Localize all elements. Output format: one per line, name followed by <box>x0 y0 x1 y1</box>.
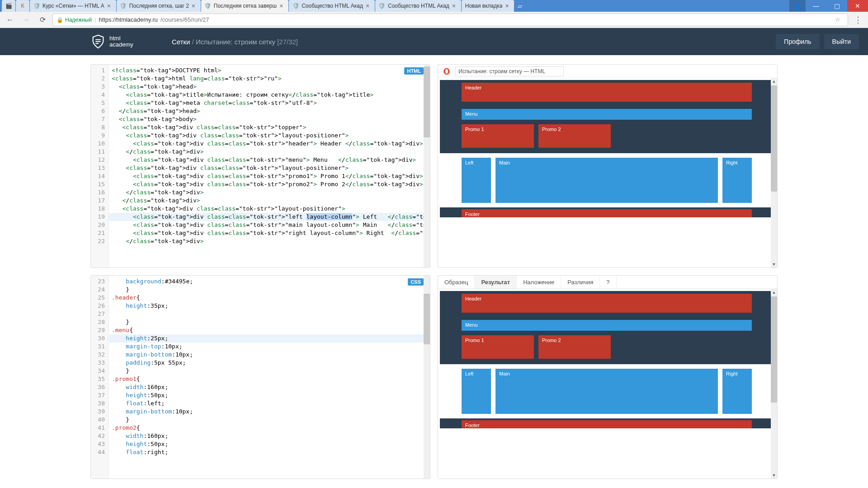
preview-tab-0[interactable]: Образец <box>438 276 475 289</box>
close-icon[interactable]: × <box>279 3 285 9</box>
close-icon[interactable]: × <box>107 3 113 9</box>
preview-live-panel: Header Menu Promo 1 Promo 2 Left Main Ri… <box>438 64 778 268</box>
css-editor[interactable]: 2324252627282930313233343536373839404142… <box>91 276 430 479</box>
window-controls: 👤 — ▢ ✕ <box>789 0 868 12</box>
render-right: Right <box>722 369 752 414</box>
rendered-layout: Header Menu Promo 1 Promo 2 Left Main Ri… <box>440 291 774 428</box>
rendered-layout: Header Menu Promo 1 Promo 2 Left Main Ri… <box>440 80 774 217</box>
tab-3[interactable]: 🛡️ Последняя сетка, шаг 2 × <box>117 0 201 12</box>
render-promo2: Promo 2 <box>538 124 611 148</box>
preview-tab-2[interactable]: Наложение <box>517 276 561 289</box>
tab-2[interactable]: 🛡️ Курс «Сетки» — HTML А × <box>30 0 116 12</box>
gutter: 12345678910111213141516171819202122 <box>91 65 109 267</box>
render-footer: Footer <box>462 420 752 428</box>
reload-button[interactable]: ⟳ <box>36 14 49 26</box>
breadcrumb-root[interactable]: Сетки <box>172 38 190 46</box>
favicon-icon: 🛡️ <box>33 3 40 9</box>
favicon-icon: 🛡️ <box>205 3 211 9</box>
tab-6[interactable]: 🛡️ Сообщество HTML Акад × <box>375 0 461 12</box>
code-body[interactable]: <!class="tok-tag">DOCTYPE html><class="t… <box>109 65 430 267</box>
profile-button[interactable]: Профиль <box>776 34 819 49</box>
user-icon[interactable]: 👤 <box>789 0 806 12</box>
tab-4[interactable]: 🛡️ Последняя сетка заверш × <box>201 0 288 12</box>
tab-5[interactable]: 🛡️ Сообщество HTML Акад × <box>289 0 375 12</box>
close-icon[interactable]: × <box>366 3 371 9</box>
browser-titlebar: 🎬 К 🛡️ Курс «Сетки» — HTML А × 🛡️ Послед… <box>0 0 868 12</box>
scroll-down-icon[interactable]: ▼ <box>771 261 777 267</box>
preview-scrollbar[interactable]: ▲ ▼ <box>771 78 777 267</box>
render-promo1: Promo 1 <box>462 335 534 359</box>
url-host: https://htmlacademy.ru <box>99 16 158 23</box>
tab-strip: 🎬 К 🛡️ Курс «Сетки» — HTML А × 🛡️ Послед… <box>0 0 789 12</box>
bookmark-icon[interactable]: ☆ <box>835 16 844 23</box>
favicon-icon: 🛡️ <box>120 3 127 9</box>
breadcrumb-current: Испытание: строим сетку <box>196 38 275 46</box>
css-badge: CSS <box>408 278 424 286</box>
preview-tab-1[interactable]: Результат <box>475 276 517 289</box>
minimize-button[interactable]: — <box>806 0 826 12</box>
render-promo1: Promo 1 <box>462 124 534 148</box>
logo-text-2: academy <box>109 42 133 48</box>
preview-toolbar <box>438 65 777 78</box>
forward-button[interactable]: → <box>20 14 33 26</box>
preview-scrollbar[interactable]: ▲ ▼ <box>771 289 777 479</box>
favicon-icon: 🎬 <box>5 3 12 9</box>
breadcrumb-count: [27/32] <box>277 38 298 46</box>
render-footer: Footer <box>462 209 752 217</box>
logout-button[interactable]: Выйти <box>824 34 859 49</box>
workspace: HTML 12345678910111213141516171819202122… <box>0 55 868 488</box>
css-editor-panel: CSS 232425262728293031323334353637383940… <box>90 275 430 479</box>
url-input[interactable]: 🔒 Надежный | https://htmlacademy.ru/cour… <box>52 14 848 26</box>
new-tab-button[interactable]: ▱ <box>514 0 525 12</box>
html-editor[interactable]: 12345678910111213141516171819202122 <!cl… <box>91 65 430 267</box>
tab-1[interactable]: К <box>16 0 29 12</box>
tab-label: Последняя сетка, шаг 2 <box>129 3 189 9</box>
preview-body[interactable]: Header Menu Promo 1 Promo 2 Left Main Ri… <box>438 78 777 267</box>
tab-label: Сообщество HTML Акад <box>388 3 449 9</box>
scroll-down-icon[interactable]: ▼ <box>771 472 777 479</box>
render-main: Main <box>495 158 718 203</box>
render-left: Left <box>462 158 491 203</box>
code-body[interactable]: background:#34495e; }.header{ height:35p… <box>109 276 430 479</box>
preview-tabs: ОбразецРезультатНаложениеРазличия? <box>438 276 777 289</box>
close-icon[interactable]: × <box>505 3 510 9</box>
preview-body[interactable]: Header Menu Promo 1 Promo 2 Left Main Ri… <box>438 289 777 479</box>
url-path: /courses/65/run/27 <box>160 16 209 23</box>
chrome-menu-button[interactable]: ⋮ <box>852 15 864 25</box>
render-right: Right <box>722 158 752 203</box>
page-content: html academy Сетки / Испытание: строим с… <box>0 28 868 488</box>
scrollbar[interactable] <box>424 65 430 267</box>
close-icon[interactable]: × <box>192 3 197 9</box>
logo-text-1: html <box>109 35 133 42</box>
preview-tab-4[interactable]: ? <box>600 276 616 289</box>
preview-tab-3[interactable]: Различия <box>561 276 600 289</box>
logo[interactable]: html academy <box>90 34 133 49</box>
favicon-icon: К <box>19 3 26 9</box>
scroll-up-icon[interactable]: ▲ <box>771 78 777 84</box>
maximize-button[interactable]: ▢ <box>826 0 847 12</box>
render-header: Header <box>462 294 752 313</box>
html-badge: HTML <box>404 67 424 75</box>
back-button[interactable]: ← <box>4 14 16 26</box>
scrollbar[interactable] <box>424 276 430 479</box>
render-main: Main <box>495 369 718 414</box>
tab-0[interactable]: 🎬 <box>2 0 15 12</box>
scroll-up-icon[interactable]: ▲ <box>771 289 777 296</box>
preview-compare-panel: ОбразецРезультатНаложениеРазличия? Heade… <box>438 275 778 479</box>
html-editor-panel: HTML 12345678910111213141516171819202122… <box>90 64 430 268</box>
favicon-icon: 🛡️ <box>292 3 299 9</box>
breadcrumb: Сетки / Испытание: строим сетку [27/32] <box>172 38 298 46</box>
close-window-button[interactable]: ✕ <box>847 0 868 12</box>
secure-label: Надежный <box>65 17 92 23</box>
render-menu: Menu <box>462 320 752 331</box>
svg-point-1 <box>445 69 448 74</box>
opera-icon <box>443 67 451 75</box>
render-promo2: Promo 2 <box>538 335 611 359</box>
render-left: Left <box>462 369 491 414</box>
tab-7[interactable]: Новая вкладка × <box>462 0 514 12</box>
secure-badge: 🔒 Надежный <box>57 17 92 23</box>
address-bar: ← → ⟳ 🔒 Надежный | https://htmlacademy.r… <box>0 12 868 28</box>
preview-title-input[interactable] <box>455 66 564 76</box>
close-icon[interactable]: × <box>452 3 458 9</box>
breadcrumb-sep: / <box>190 38 196 46</box>
